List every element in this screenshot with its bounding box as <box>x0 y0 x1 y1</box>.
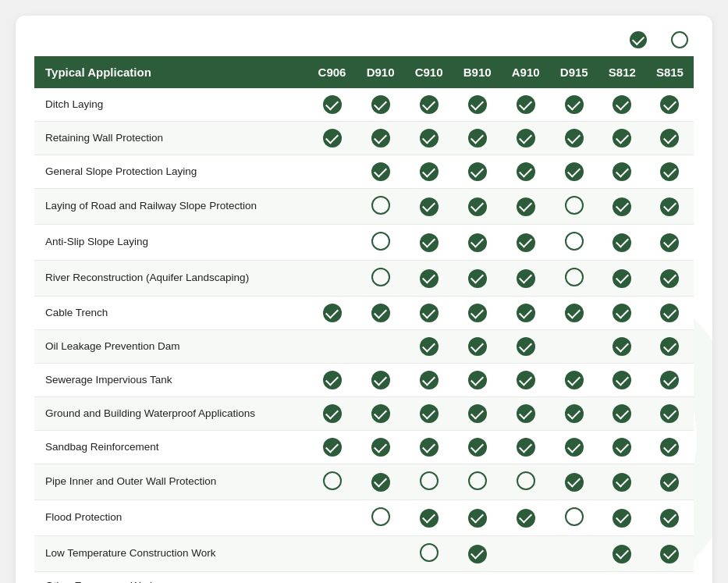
table-row: Anti-Slip Slope Laying <box>34 225 694 261</box>
cell-application-12: Flood Protection <box>34 500 308 536</box>
recommended-icon <box>371 371 390 389</box>
recommended-icon <box>613 509 631 528</box>
optional-icon <box>517 471 535 490</box>
table-body: Ditch LayingRetaining Wall ProtectionGen… <box>34 88 694 583</box>
cell-r4-c0 <box>308 225 357 261</box>
cell-r11-c0 <box>308 464 357 500</box>
cell-application-10: Sandbag Reinforcement <box>34 431 308 464</box>
cell-r10-c2 <box>405 431 453 464</box>
recommended-icon <box>613 162 631 181</box>
cell-application-0: Ditch Laying <box>34 88 308 122</box>
cell-r14-c3 <box>453 572 502 584</box>
table-row: Low Temperature Construction Work <box>34 536 694 572</box>
cell-r11-c5 <box>550 464 598 500</box>
cell-application-7: Oil Leakage Prevention Dam <box>34 330 308 364</box>
cell-r12-c2 <box>405 500 453 536</box>
recommended-icon <box>565 438 584 457</box>
cell-r8-c3 <box>453 364 502 397</box>
cell-r12-c7 <box>646 500 694 536</box>
recommended-icon <box>468 129 487 148</box>
recommended-icon <box>660 473 679 492</box>
cell-r7-c3 <box>453 330 502 364</box>
cell-r12-c3 <box>453 500 502 536</box>
cell-application-11: Pipe Inner and Outer Wall Protection <box>34 464 308 500</box>
recommended-icon <box>660 545 679 563</box>
recommended-icon <box>660 337 679 356</box>
cell-r9-c4 <box>502 397 550 431</box>
table-row: Sewerage Impervious Tank <box>34 364 694 397</box>
optional-icon <box>671 31 688 48</box>
cell-r5-c5 <box>550 261 598 297</box>
recommended-icon <box>323 95 342 114</box>
recommended-icon <box>517 509 535 528</box>
cell-r7-c6 <box>598 330 646 364</box>
cell-r8-c1 <box>357 364 405 397</box>
cell-r5-c6 <box>598 261 646 297</box>
recommended-icon <box>420 404 439 423</box>
cell-r10-c5 <box>550 431 598 464</box>
cell-r13-c7 <box>646 536 694 572</box>
table-row: River Reconstruction (Aquifer Landscapin… <box>34 261 694 297</box>
cell-r14-c6 <box>598 572 646 584</box>
recommended-icon <box>565 304 584 322</box>
recommended-icon <box>613 404 631 423</box>
cell-r2-c7 <box>646 155 694 189</box>
table-row: Ditch Laying <box>34 88 694 122</box>
recommended-icon <box>517 438 535 457</box>
recommended-icon <box>468 337 487 356</box>
cell-application-13: Low Temperature Construction Work <box>34 536 308 572</box>
col-header-d910: D910 <box>357 56 405 88</box>
recommended-icon <box>660 438 679 457</box>
recommended-icon <box>660 304 679 322</box>
cell-r11-c1 <box>357 464 405 500</box>
optional-icon <box>565 196 584 215</box>
cell-r1-c5 <box>550 122 598 155</box>
recommended-icon <box>517 304 535 322</box>
cell-r12-c4 <box>502 500 550 536</box>
cell-r13-c0 <box>308 536 357 572</box>
main-card: Typical ApplicationC906D910C910B910A910D… <box>16 16 712 583</box>
cell-r9-c2 <box>405 397 453 431</box>
recommended-icon <box>517 233 535 252</box>
recommended-icon <box>565 162 584 181</box>
recommended-icon <box>613 438 631 457</box>
recommended-icon <box>660 95 679 114</box>
cell-r8-c0 <box>308 364 357 397</box>
recommended-icon <box>660 129 679 148</box>
cell-application-5: River Reconstruction (Aquifer Landscapin… <box>34 261 308 297</box>
cell-r10-c0 <box>308 431 357 464</box>
recommended-icon <box>371 95 390 114</box>
table-row: Pipe Inner and Outer Wall Protection <box>34 464 694 500</box>
cell-r12-c5 <box>550 500 598 536</box>
recommended-icon <box>468 404 487 423</box>
recommended-icon <box>468 269 487 288</box>
recommended-icon <box>565 371 584 389</box>
cell-r2-c3 <box>453 155 502 189</box>
recommended-icon <box>420 95 439 114</box>
col-header-b910: B910 <box>453 56 502 88</box>
cell-r4-c4 <box>502 225 550 261</box>
cell-r3-c6 <box>598 189 646 225</box>
recommended-icon <box>371 438 390 457</box>
optional-icon <box>371 268 390 286</box>
recommended-icon <box>565 95 584 114</box>
cell-r6-c1 <box>357 297 405 330</box>
cell-r9-c0 <box>308 397 357 431</box>
recommended-icon <box>323 371 342 389</box>
recommended-icon <box>660 233 679 252</box>
recommended-icon <box>613 473 631 492</box>
cell-r4-c3 <box>453 225 502 261</box>
recommended-icon <box>613 337 631 356</box>
col-header-c906: C906 <box>308 56 357 88</box>
cell-r3-c1 <box>357 189 405 225</box>
col-header-s812: S812 <box>598 56 646 88</box>
cell-r3-c2 <box>405 189 453 225</box>
cell-r11-c2 <box>405 464 453 500</box>
cell-r3-c0 <box>308 189 357 225</box>
cell-r6-c7 <box>646 297 694 330</box>
cell-r14-c0 <box>308 572 357 584</box>
cell-r12-c1 <box>357 500 405 536</box>
legend-recommended <box>630 31 652 48</box>
cell-r7-c7 <box>646 330 694 364</box>
recommended-icon <box>468 371 487 389</box>
